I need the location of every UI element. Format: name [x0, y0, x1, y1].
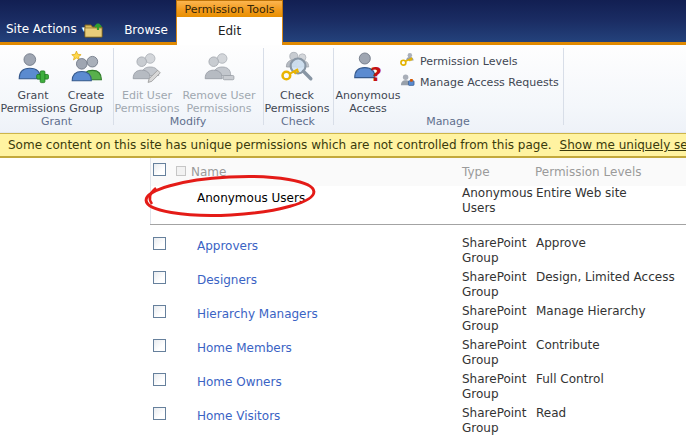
- svg-text:?: ?: [370, 62, 382, 84]
- group-name-link[interactable]: Home Owners: [197, 375, 282, 389]
- group-name-link[interactable]: Home Members: [197, 341, 292, 355]
- row-type: SharePoint Group: [462, 338, 536, 368]
- user-add-icon: [16, 50, 50, 88]
- row-type: SharePoint Group: [462, 304, 536, 334]
- mini-checkbox-icon: [176, 166, 186, 176]
- left-nav-border: [150, 158, 151, 224]
- grant-permissions-button[interactable]: Grant Permissions: [2, 50, 64, 115]
- row-checkbox[interactable]: [153, 373, 166, 386]
- button-label: Grant Permissions: [0, 89, 65, 115]
- small-button-label: Manage Access Requests: [420, 76, 559, 89]
- row-permissions: Manage Hierarchy: [536, 304, 686, 319]
- ribbon-group-label-manage: Manage: [333, 115, 563, 129]
- navigate-up-folder-icon[interactable]: [84, 21, 104, 39]
- user-remove-icon: [202, 50, 236, 88]
- notice-message: Some content on this site has unique per…: [8, 138, 552, 152]
- row-name: Anonymous Users: [197, 191, 305, 205]
- key-magnifier-icon: [280, 50, 314, 88]
- select-all-checkbox[interactable]: [153, 163, 166, 176]
- contextual-group-permission-tools: Permission Tools: [176, 0, 283, 18]
- button-label: Remove User Permissions: [180, 89, 258, 115]
- row-checkbox[interactable]: [153, 407, 166, 420]
- ribbon-group-label-modify: Modify: [113, 115, 263, 129]
- row-type: SharePoint Group: [462, 270, 536, 300]
- row-permissions: Read: [536, 406, 686, 421]
- row-separator: [150, 224, 686, 225]
- ribbon-group-label-check: Check: [263, 115, 333, 129]
- tab-browse[interactable]: Browse: [116, 18, 176, 42]
- user-edit-icon: [130, 50, 164, 88]
- button-label: Edit User Permissions: [112, 89, 182, 115]
- row-type: SharePoint Group: [462, 372, 536, 402]
- check-permissions-button[interactable]: Check Permissions: [264, 50, 330, 115]
- row-permissions: Design, Limited Access: [536, 270, 686, 285]
- access-request-icon: [400, 73, 415, 91]
- small-button-label: Permission Levels: [420, 55, 518, 68]
- row-type: Anonymous Users: [462, 186, 536, 216]
- key-users-icon: [400, 52, 415, 70]
- row-permissions: Entire Web site: [536, 186, 686, 201]
- tab-edit-active[interactable]: Edit: [176, 17, 283, 45]
- unique-permissions-notice: Some content on this site has unique per…: [0, 133, 686, 158]
- group-name-link[interactable]: Home Visitors: [197, 409, 280, 423]
- edit-user-permissions-button-disabled: Edit User Permissions: [112, 50, 182, 115]
- column-header-permission-levels[interactable]: Permission Levels: [535, 165, 641, 179]
- group-new-icon: [69, 50, 103, 88]
- group-name-link[interactable]: Approvers: [197, 239, 258, 253]
- site-actions-menu[interactable]: Site Actions ▾: [6, 22, 86, 36]
- row-checkbox[interactable]: [153, 271, 166, 284]
- sharepoint-permissions-page: Site Actions ▾ Browse Permission Tools E…: [0, 0, 686, 437]
- group-divider: [563, 48, 564, 125]
- button-label: Check Permissions: [264, 89, 330, 115]
- row-permissions: Full Control: [536, 372, 686, 387]
- remove-user-permissions-button-disabled: Remove User Permissions: [180, 50, 258, 115]
- row-checkbox[interactable]: [153, 305, 166, 318]
- row-checkbox[interactable]: [153, 339, 166, 352]
- row-checkbox[interactable]: [153, 237, 166, 250]
- manage-access-requests-button[interactable]: Manage Access Requests: [400, 73, 559, 91]
- ribbon: Grant Permissions Create Group Grant: [0, 45, 686, 133]
- top-navigation-bar: Site Actions ▾ Browse Permission Tools E…: [0, 0, 686, 45]
- row-type: SharePoint Group: [462, 406, 536, 436]
- row-permissions: Contribute: [536, 338, 686, 353]
- button-label: Create Group: [58, 89, 114, 115]
- site-actions-label: Site Actions: [6, 22, 77, 36]
- group-name-link[interactable]: Designers: [197, 273, 257, 287]
- show-uniquely-secured-link[interactable]: Show me uniquely secured: [560, 138, 686, 152]
- row-type: SharePoint Group: [462, 236, 536, 266]
- button-label: Anonymous Access: [334, 89, 402, 115]
- column-header-name[interactable]: Name: [191, 165, 226, 179]
- create-group-button[interactable]: Create Group: [58, 50, 114, 115]
- user-question-icon: ?: [351, 50, 385, 88]
- permission-levels-button[interactable]: Permission Levels: [400, 52, 518, 70]
- ribbon-group-label-grant: Grant: [0, 115, 113, 129]
- contextual-tab-underline: [0, 42, 686, 45]
- anonymous-access-button[interactable]: ? Anonymous Access: [334, 50, 402, 115]
- column-header-type[interactable]: Type: [462, 165, 490, 179]
- row-permissions: Approve: [536, 236, 686, 251]
- group-name-link[interactable]: Hierarchy Managers: [197, 307, 318, 321]
